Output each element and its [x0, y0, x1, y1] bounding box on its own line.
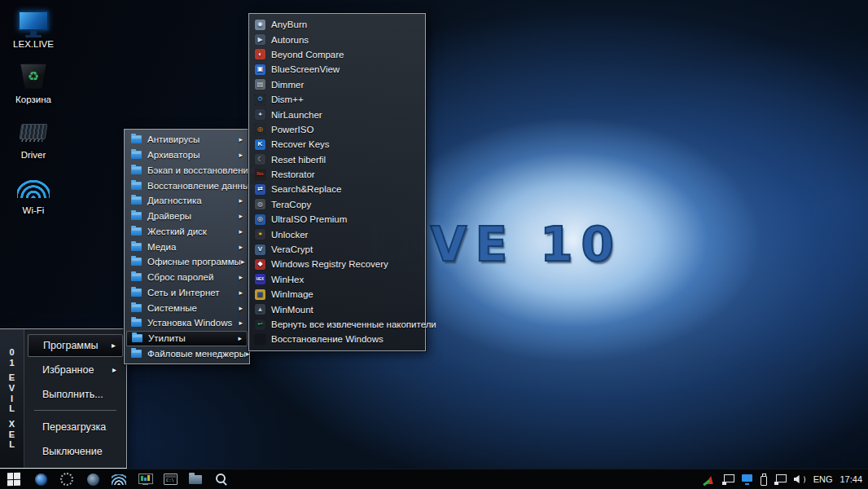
utility-item-ultraiso[interactable]: ◎UltraISO Premium [249, 212, 425, 227]
start-button[interactable] [7, 472, 21, 487]
brand-letter: V [9, 383, 15, 394]
taskbar-search-button[interactable] [213, 472, 228, 487]
clock[interactable]: 17:44 [840, 474, 862, 484]
programs-item-file-managers[interactable]: Файловые менеджеры▸ [126, 346, 248, 362]
desktop-icon-recycle[interactable]: ♻Корзина [5, 60, 62, 111]
folder-icon [131, 273, 142, 281]
programs-item-label: Диагностика [147, 196, 202, 205]
utility-item-label: BlueScreenView [271, 64, 340, 74]
programs-item-hard-disk[interactable]: Жесткий диск▸ [126, 224, 248, 240]
utility-item-eject-all[interactable]: ↩Вернуть все извлеченные накопители [249, 317, 425, 332]
utility-item-poweriso[interactable]: ◎PowerISO [249, 122, 425, 137]
utility-item-veracrypt[interactable]: VVeraCrypt [249, 242, 425, 257]
app-icon-beyond-compare: ◐ [255, 49, 265, 59]
taskbar-app-sphere-button[interactable] [33, 472, 48, 487]
programs-item-label: Жесткий диск [147, 227, 207, 236]
start-menu-item-label: Программы [43, 340, 99, 351]
programs-item-utilities[interactable]: Утилиты▸ [126, 331, 248, 346]
utility-item-anyburn[interactable]: ◉AnyBurn [249, 17, 425, 32]
utility-item-label: UltraISO Premium [271, 214, 347, 224]
taskbar-cmd-button[interactable]: C:\ [164, 474, 178, 485]
start-menu-item-run[interactable]: Выполнить... [28, 383, 123, 406]
submenu-arrow-icon: ▸ [239, 273, 243, 281]
programs-item-media[interactable]: Медиа▸ [126, 239, 248, 254]
start-menu-item-programs[interactable]: Программы▸ [28, 334, 123, 357]
submenu-arrow-icon: ▸ [239, 289, 243, 297]
programs-item-label: Сброс паролей [147, 272, 213, 282]
programs-item-diagnostics[interactable]: Диагностика▸ [126, 193, 248, 209]
app-icon-nirlauncher: ✦ [255, 109, 265, 120]
programs-item-network[interactable]: Сеть и Интернет▸ [126, 285, 248, 301]
programs-item-data-recovery[interactable]: Восстановление данных▸ [126, 178, 248, 193]
start-menu: 01EVILXEL Программы▸Избранное▸Выполнить.… [0, 328, 127, 469]
utility-item-winmount[interactable]: ▲WinMount [249, 302, 425, 316]
folder-icon [131, 151, 142, 159]
programs-item-antivirus[interactable]: Антивирусы▸ [126, 132, 248, 148]
start-menu-item-shutdown[interactable]: Выключение [28, 440, 123, 463]
usb-device-icon[interactable] [760, 474, 767, 485]
programs-item-label: Архиваторы [147, 150, 199, 160]
language-indicator[interactable]: ENG [813, 474, 833, 484]
eject-arrows-icon[interactable] [703, 474, 715, 485]
folder-icon [131, 135, 142, 143]
utility-item-dimmer[interactable]: ▤Dimmer [249, 77, 425, 92]
programs-item-label: Бэкап и восстановление [147, 165, 253, 175]
taskbar-explorer-button[interactable] [189, 475, 202, 484]
desktop-icon-wifi[interactable]: Wi-Fi [5, 171, 62, 222]
utility-item-dism[interactable]: ⚙Dism++ [249, 92, 425, 107]
programs-item-system[interactable]: Системные▸ [126, 300, 248, 315]
utility-item-windows-registry-recovery[interactable]: ◆Windows Registry Recovery [249, 257, 425, 271]
taskbar-hwmonitor-button[interactable] [138, 472, 152, 487]
utility-item-nirlauncher[interactable]: ✦NirLauncher [249, 107, 425, 121]
submenu-arrow-icon: ▸ [239, 212, 243, 220]
app-icon-ultraiso: ◎ [255, 214, 265, 225]
utility-item-label: WinMount [271, 305, 313, 315]
programs-item-windows-setup[interactable]: Установка Windows▸ [126, 315, 248, 331]
utility-item-teracopy[interactable]: ◍TeraCopy [249, 197, 425, 212]
utility-item-recover-keys[interactable]: KRecover Keys [249, 137, 425, 152]
utility-item-label: Вернуть все извлеченные накопители [271, 319, 436, 329]
start-menu-item-favorites[interactable]: Избранное▸ [28, 359, 123, 381]
desktop-icon-lexlive[interactable]: LEX.LIVE [5, 5, 62, 55]
utility-item-windows-recovery[interactable]: Восстановление Windows [249, 332, 425, 346]
programs-item-backup[interactable]: Бэкап и восстановление▸ [126, 163, 248, 178]
taskbar-wifi-button[interactable] [112, 474, 126, 485]
start-menu-brand: 01EVILXEL [0, 329, 24, 468]
chip-icon [20, 124, 48, 139]
utility-item-beyond-compare[interactable]: ◐Beyond Compare [249, 47, 425, 62]
utility-item-winhex[interactable]: HEXWinHex [249, 272, 425, 287]
programs-item-label: Установка Windows [147, 318, 232, 328]
display-icon[interactable] [742, 474, 752, 485]
programs-item-password-reset[interactable]: Сброс паролей▸ [126, 270, 248, 285]
taskbar: C:\ ENG 17:44 [0, 469, 868, 489]
programs-item-label: Антивирусы [147, 134, 199, 144]
utility-item-label: Beyond Compare [271, 50, 344, 59]
utility-item-search-replace[interactable]: ⇄Search&Replace [249, 182, 425, 196]
network-connection-icon[interactable] [774, 474, 787, 485]
utility-item-reset-hiberfil[interactable]: ☾Reset hiberfil [249, 152, 425, 167]
volume-icon[interactable] [794, 474, 806, 485]
app-icon-winhex: HEX [255, 274, 265, 284]
utility-item-bluescreenview[interactable]: ▣BlueScreenView [249, 62, 425, 77]
programs-item-drivers[interactable]: Драйверы▸ [126, 209, 248, 224]
start-menu-item-restart[interactable]: Перезагрузка [28, 416, 123, 438]
app-icon-dism: ⚙ [255, 95, 265, 105]
brand-letter: I [11, 394, 13, 404]
utility-item-restorator[interactable]: ResRestorator [249, 167, 425, 182]
utility-item-label: Windows Registry Recovery [271, 259, 388, 269]
brand-letter: 0 [9, 347, 14, 358]
desktop-icon-driver[interactable]: Driver [5, 116, 62, 166]
utility-item-unlocker[interactable]: ✶Unlocker [249, 227, 425, 241]
network-icon[interactable] [722, 474, 734, 485]
desktop-icon-label: Корзина [15, 95, 51, 104]
taskbar-app-ring-button[interactable] [59, 472, 74, 487]
wifi-icon [17, 175, 50, 198]
recycle-glyph: ♻ [28, 68, 39, 84]
programs-item-archivers[interactable]: Архиваторы▸ [126, 148, 248, 163]
utility-item-autoruns[interactable]: ▶Autoruns [249, 32, 425, 46]
taskbar-app-disc-button[interactable] [85, 472, 100, 487]
folder-icon [131, 166, 142, 174]
utility-item-winimage[interactable]: ▦WinImage [249, 287, 425, 302]
folder-icon [131, 350, 142, 358]
programs-item-office[interactable]: Офисные программы▸ [126, 254, 248, 270]
